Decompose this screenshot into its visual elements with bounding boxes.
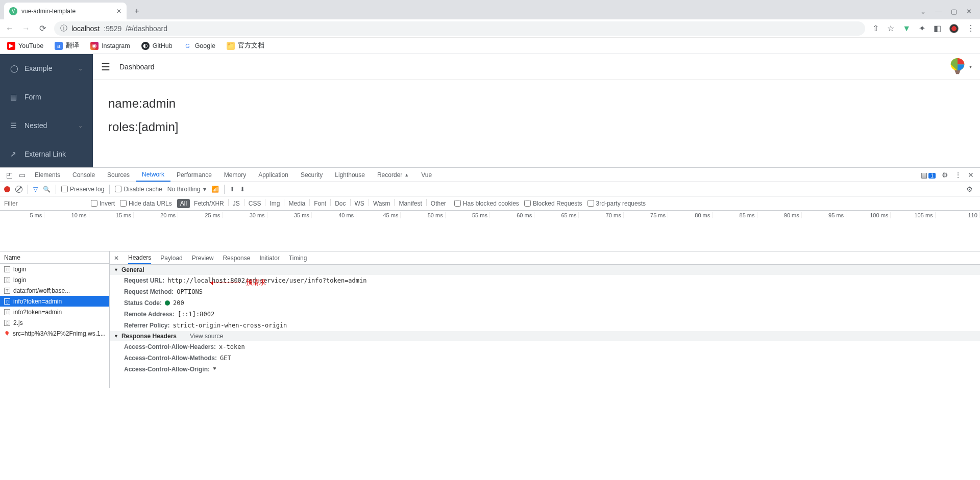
bookmark-star-icon[interactable]: ☆ <box>887 23 894 33</box>
browser-tab[interactable]: V vue-admin-template ✕ <box>4 3 127 19</box>
search-icon[interactable]: 🔍 <box>43 186 51 193</box>
devtools-tab-vue[interactable]: Vue <box>415 168 438 182</box>
sidebar-item-nested[interactable]: ☰Nested⌄ <box>0 111 93 140</box>
blocked-requests-checkbox[interactable]: Blocked Requests <box>524 200 582 207</box>
sidebar-item-example[interactable]: ◯Example⌄ <box>0 54 93 83</box>
devtools-tab-network[interactable]: Network <box>136 168 170 182</box>
devtools-tab-lighthouse[interactable]: Lighthouse <box>329 168 371 182</box>
site-info-icon[interactable]: ⓘ <box>60 24 67 33</box>
devtools-settings-icon[interactable]: ⚙ <box>939 171 951 179</box>
subtab-response[interactable]: Response <box>223 251 250 264</box>
request-row[interactable]: ▯login <box>0 264 109 274</box>
type-filter-fetchxhr[interactable]: Fetch/XHR <box>191 199 227 208</box>
devtools-tab-recorder[interactable]: Recorder ▲ <box>371 168 415 182</box>
minimize-icon[interactable]: — <box>935 8 942 15</box>
subtab-headers[interactable]: Headers <box>128 251 151 264</box>
header-row: Access-Control-Allow-Methods:GET <box>110 352 980 364</box>
filter-input[interactable] <box>4 200 86 207</box>
tab-close-icon[interactable]: ✕ <box>116 8 121 15</box>
throttling-select[interactable]: No throttling▾ <box>167 186 207 193</box>
type-filter-manifest[interactable]: Manifest <box>396 199 425 208</box>
type-filter-all[interactable]: All <box>177 199 190 208</box>
devtools-close-icon[interactable]: ✕ <box>965 171 977 179</box>
address-bar[interactable]: ⓘ localhost:9529/#/dashboard <box>54 21 865 36</box>
extensions-icon[interactable]: ✦ <box>919 23 925 33</box>
invert-checkbox[interactable]: Invert <box>91 200 115 207</box>
devtools-tab-console[interactable]: Console <box>66 168 101 182</box>
profile-avatar-icon[interactable] <box>949 24 959 33</box>
devtools-tab-sources[interactable]: Sources <box>101 168 136 182</box>
wifi-icon[interactable]: 📶 <box>211 186 219 193</box>
sidebar-item-form[interactable]: ▤Form <box>0 83 93 111</box>
request-row[interactable]: Tdata:font/woff;base... <box>0 285 109 296</box>
bookmark-tr[interactable]: a翻译 <box>55 41 79 50</box>
header-value: [::1]:8002 <box>178 311 214 318</box>
type-filter-js[interactable]: JS <box>230 199 243 208</box>
devtools-tab-application[interactable]: Application <box>252 168 295 182</box>
general-section-header[interactable]: ▼General <box>110 265 980 275</box>
name-column-header[interactable]: Name <box>0 251 109 264</box>
forward-button[interactable]: → <box>21 24 31 33</box>
maximize-icon[interactable]: ▢ <box>951 8 957 15</box>
record-button[interactable] <box>4 186 10 192</box>
response-headers-section-header[interactable]: ▼Response HeadersView source <box>110 331 980 341</box>
request-row[interactable]: ▯login <box>0 274 109 285</box>
chrome-menu-icon[interactable]: ⋮ <box>967 23 975 33</box>
network-timeline[interactable]: 5 ms10 ms15 ms20 ms25 ms30 ms35 ms40 ms4… <box>0 211 980 251</box>
upload-icon[interactable]: ⬆ <box>230 186 235 193</box>
view-source-link[interactable]: View source <box>190 333 223 340</box>
header-value: * <box>213 366 216 373</box>
request-row[interactable]: ▯info?token=admin <box>0 296 109 307</box>
subtab-initiator[interactable]: Initiator <box>259 251 279 264</box>
type-filter-ws[interactable]: WS <box>352 199 368 208</box>
hamburger-icon[interactable]: ☰ <box>101 61 110 73</box>
devtools-menu-icon[interactable]: ⋮ <box>951 171 965 179</box>
vue-devtools-icon[interactable]: ▼ <box>902 24 911 33</box>
share-icon[interactable]: ⇧ <box>872 23 879 33</box>
network-settings-icon[interactable]: ⚙ <box>963 185 976 193</box>
device-toggle-icon[interactable]: ▭ <box>16 171 29 179</box>
devtools-tab-memory[interactable]: Memory <box>218 168 252 182</box>
user-avatar-dropdown[interactable]: ▾ <box>948 57 972 77</box>
inspect-element-icon[interactable]: ◰ <box>3 171 16 179</box>
request-row[interactable]: ▯2.js <box>0 317 109 328</box>
blocked-cookies-checkbox[interactable]: Has blocked cookies <box>454 200 519 207</box>
hide-data-urls-checkbox[interactable]: Hide data URLs <box>120 200 172 207</box>
window-controls: ⌄ — ▢ ✕ <box>912 8 980 19</box>
filter-toggle-icon[interactable]: ▽ <box>33 186 38 193</box>
type-filter-css[interactable]: CSS <box>246 199 264 208</box>
subtab-timing[interactable]: Timing <box>289 251 307 264</box>
close-details-icon[interactable]: ✕ <box>114 255 119 262</box>
bookmark-ig[interactable]: ◉Instagram <box>90 42 130 50</box>
close-window-icon[interactable]: ✕ <box>966 8 972 15</box>
devtools-tab-elements[interactable]: Elements <box>29 168 66 182</box>
back-button[interactable]: ← <box>5 24 14 33</box>
type-filter-font[interactable]: Font <box>311 199 329 208</box>
new-tab-button[interactable]: + <box>130 4 144 18</box>
preserve-log-checkbox[interactable]: Preserve log <box>61 186 104 193</box>
bookmark-gg[interactable]: GGoogle <box>184 42 215 50</box>
type-filter-img[interactable]: Img <box>266 199 283 208</box>
sidepanel-icon[interactable]: ◧ <box>934 23 941 33</box>
type-filter-wasm[interactable]: Wasm <box>370 199 394 208</box>
chevron-down-icon[interactable]: ⌄ <box>920 8 926 15</box>
devtools-tab-performance[interactable]: Performance <box>170 168 218 182</box>
devtools-tab-security[interactable]: Security <box>295 168 329 182</box>
type-filter-other[interactable]: Other <box>428 199 449 208</box>
bookmark-fd[interactable]: 📁官方文档 <box>227 41 264 50</box>
disable-cache-checkbox[interactable]: Disable cache <box>115 186 162 193</box>
clear-button[interactable] <box>15 186 22 193</box>
subtab-preview[interactable]: Preview <box>192 251 214 264</box>
sidebar-item-external-link[interactable]: ↗External Link <box>0 140 93 168</box>
subtab-payload[interactable]: Payload <box>160 251 182 264</box>
request-row[interactable]: 🎈src=http%3A%2F%2Fnimg.ws.1... <box>0 328 109 339</box>
bookmark-yt[interactable]: ▶YouTube <box>7 42 43 50</box>
reload-button[interactable]: ⟳ <box>38 23 47 33</box>
issues-icon[interactable]: ▤1 <box>918 171 939 179</box>
request-row[interactable]: ▯info?token=admin <box>0 307 109 317</box>
type-filter-media[interactable]: Media <box>285 199 308 208</box>
bookmark-gh[interactable]: ◐GitHub <box>141 42 173 50</box>
type-filter-doc[interactable]: Doc <box>332 199 349 208</box>
third-party-checkbox[interactable]: 3rd-party requests <box>587 200 646 207</box>
download-icon[interactable]: ⬇ <box>240 186 245 193</box>
